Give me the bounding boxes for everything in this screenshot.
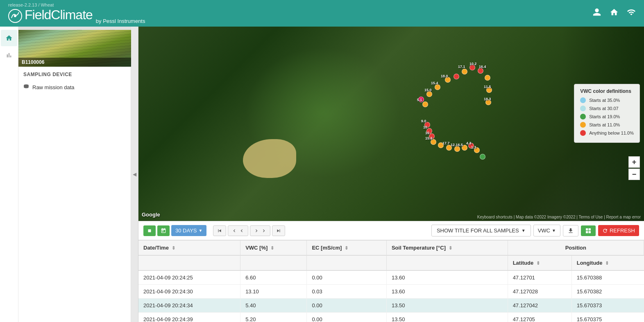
map-label-3: 15.4 [431,81,438,85]
sort-icon: ⇕ [270,245,274,250]
legend-dot-orange [580,122,586,128]
google-watermark: Google [142,212,160,218]
grid-view-btn[interactable] [581,225,596,236]
map-container[interactable]: 5.1 15.0 15.4 18.0 17.1 10.2 16.4 11.5 1… [138,27,644,221]
map-label-13: 15.3 [425,136,433,140]
map-label-7: 16.4 [479,65,486,69]
sort-icon: ⇕ [172,245,175,250]
report-map-error-link[interactable]: Report a map error [606,215,641,219]
map-label-14: 17.7 [442,141,450,145]
sidebar-collapse-btn[interactable]: ◀ [131,27,138,322]
col-header-longitude[interactable]: Longitude ⇕ [571,255,644,270]
reset-btn[interactable] [143,225,156,236]
person-icon[interactable] [592,8,601,19]
map-dot-3 [435,84,440,90]
calendar-btn[interactable] [157,225,170,236]
table-row[interactable]: 2021-04-09 20:24:34 5.40 0.00 13.50 47.1… [138,299,644,313]
logo-text: FieldClimate [25,7,93,23]
legend-item-red: Anything below 11.0% [580,130,634,136]
col-header-datetime[interactable]: Date/Time ⇕ [138,241,240,255]
cell-ec: 0.03 [307,285,386,299]
data-table: Date/Time ⇕ VWC [%] ⇕ EC [mS/cm] ⇕ Soil … [138,241,644,322]
svg-point-1 [14,15,16,17]
map-label-10: 9.0 [421,119,426,123]
nav-next-btn[interactable] [250,225,270,236]
next2-icon [261,228,267,234]
device-thumbnail: B1100006 [18,30,131,67]
refresh-label: REFRESH [610,227,635,234]
chevron-left-icon: ◀ [133,171,136,177]
cell-datetime: 2021-04-09 20:24:25 [138,270,240,285]
zoom-out-btn[interactable]: − [628,169,640,180]
col-sub-2 [240,255,307,270]
legend-label-cyan: Starts at 30.07 [589,106,619,111]
map-copyright: Keyboard shortcuts | Map data ©2022 Imag… [477,215,641,219]
cell-latitude: 47.12705 [508,313,571,322]
legend-item-orange: Starts at 11.0% [580,122,634,128]
refresh-icon [602,228,608,234]
table-row[interactable]: 2021-04-09 20:24:25 6.60 0.00 13.60 47.1… [138,270,644,285]
cell-soil-temp: 13.60 [386,285,508,299]
legend-dot-cyan [580,106,586,111]
download-icon [567,227,574,234]
home-icon[interactable] [610,8,619,19]
map-dot-6 [485,75,490,81]
legend-item-cyan: Starts at 30.07 [580,106,634,111]
col-sub-3 [307,255,386,270]
cell-latitude: 47.12701 [508,270,571,285]
cell-ec: 0.00 [307,313,386,322]
legend-label-orange: Starts at 11.0% [589,122,620,127]
calendar-icon [161,228,166,234]
data-table-container: Date/Time ⇕ VWC [%] ⇕ EC [mS/cm] ⇕ Soil … [138,240,644,322]
col-header-position: Position [508,241,644,255]
col-header-soil-temp[interactable]: Soil Temperature [°C] ⇕ [386,241,508,255]
cell-soil-temp: 13.60 [386,270,508,285]
wifi-icon[interactable] [627,8,636,19]
nav-chart[interactable] [1,47,17,63]
map-dot-5 [462,69,467,74]
sidebar-top-bar [18,27,131,30]
legend-dot-green [580,114,586,119]
nav-last-btn[interactable] [272,225,285,236]
refresh-btn[interactable]: REFRESH [598,225,639,236]
map-label-17: 1.3 [471,145,476,149]
next-icon [254,228,259,234]
sidebar-panel: B1100006 SAMPLING DEVICE Raw mission dat… [18,27,131,322]
content-area: 5.1 15.0 15.4 18.0 17.1 10.2 16.4 11.5 1… [138,27,644,322]
cell-vwc: 5.20 [240,313,307,322]
days-selector-btn[interactable]: 30 DAYS ▼ [171,225,206,236]
toolbar-right: SHOW TITLE FOR ALL SAMPLES ▼ VWC ▼ [431,225,639,236]
sort-icon: ⇕ [449,245,452,250]
map-label-11: 10 [423,125,427,129]
terms-of-use-link[interactable]: Terms of Use [578,215,603,219]
nav-prev-btn[interactable] [228,225,248,236]
nav-home[interactable] [1,30,17,46]
col-header-vwc[interactable]: VWC [%] ⇕ [240,241,307,255]
map-label-8: 11.5 [484,85,491,89]
show-title-btn[interactable]: SHOW TITLE FOR ALL SAMPLES ▼ [431,225,531,236]
toolbar: 30 DAYS ▼ [138,221,644,240]
cell-datetime: 2021-04-09 20:24:34 [138,299,240,313]
keyboard-shortcuts-link[interactable]: Keyboard shortcuts [477,215,512,219]
table-row[interactable]: 2021-04-09 20:24:39 5.20 0.00 13.50 47.1… [138,313,644,322]
cell-soil-temp: 13.50 [386,299,508,313]
vwc-selector-btn[interactable]: VWC ▼ [533,225,560,236]
skip-forward-icon [276,228,281,234]
col-header-ec[interactable]: EC [mS/cm] ⇕ [307,241,386,255]
raw-mission-data-item[interactable]: Raw mission data [18,81,131,94]
map-label-2: 15.0 [424,88,432,92]
cell-ec: 0.00 [307,270,386,285]
vwc-label: VWC [538,227,550,234]
header-icons [592,8,636,19]
release-label: release-2.2.13 / Wheat [8,2,145,7]
table-row[interactable]: 2021-04-09 20:24:30 13.10 0.03 13.60 47.… [138,285,644,299]
cell-longitude: 15.670388 [571,270,644,285]
show-title-caret: ▼ [522,228,526,233]
zoom-in-btn[interactable]: + [628,156,640,168]
download-btn[interactable] [563,225,578,236]
sampling-device-title: SAMPLING DEVICE [18,67,131,81]
nav-first-btn[interactable] [213,225,226,236]
col-header-latitude[interactable]: Latitude ⇕ [508,255,571,270]
app-header: release-2.2.13 / Wheat FieldClimate by P… [0,0,644,27]
main-layout: B1100006 SAMPLING DEVICE Raw mission dat… [0,27,644,322]
